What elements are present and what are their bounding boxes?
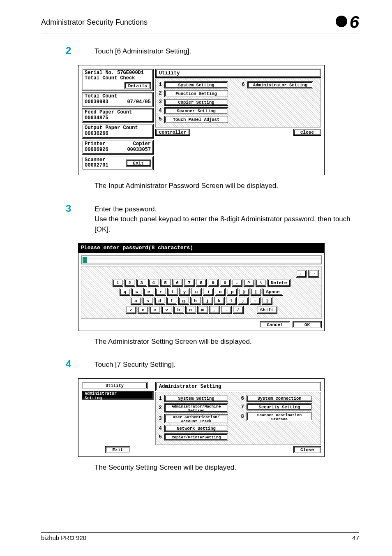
step-3-line1: Enter the password. bbox=[95, 204, 359, 215]
security-setting-button[interactable]: Security Setting bbox=[247, 403, 312, 410]
admin-system-setting-button[interactable]: System Setting bbox=[164, 395, 228, 402]
output-paper-value: 00036266 bbox=[85, 131, 151, 137]
copier-printer-setting-button[interactable]: Copier/PrinterSetting bbox=[164, 433, 228, 440]
key-.[interactable]: . bbox=[221, 306, 232, 314]
delete-key[interactable]: Delete bbox=[267, 279, 291, 287]
scanner-dest-storage-button[interactable]: Scanner DestinationStorage bbox=[247, 412, 312, 421]
key-g[interactable]: g bbox=[178, 297, 189, 305]
header-title: Administrator Security Functions bbox=[41, 18, 148, 27]
key-d[interactable]: d bbox=[154, 297, 165, 305]
key-j[interactable]: j bbox=[202, 297, 213, 305]
arrow-left-key[interactable]: ← bbox=[296, 270, 307, 278]
close-button[interactable]: Close bbox=[293, 446, 321, 453]
serial-no: Serial No. 57GE000D1 bbox=[85, 70, 151, 76]
key-6[interactable]: 6 bbox=[172, 279, 183, 287]
key-a[interactable]: a bbox=[131, 297, 141, 305]
key-m[interactable]: m bbox=[197, 306, 208, 314]
key-1[interactable]: 1 bbox=[113, 279, 123, 287]
admin-setting-title: Administrator Setting bbox=[155, 382, 321, 391]
output-paper-label: Output Paper Count bbox=[85, 125, 151, 131]
key-y[interactable]: y bbox=[179, 288, 190, 296]
touch-panel-adjust-button[interactable]: Touch Panel Adjust bbox=[164, 116, 228, 123]
key-w[interactable]: w bbox=[131, 288, 142, 296]
cancel-button[interactable]: Cancel bbox=[260, 321, 290, 328]
space-key[interactable]: Space bbox=[263, 288, 283, 296]
details-button[interactable]: Details bbox=[125, 82, 151, 89]
chapter-number: 6 bbox=[336, 12, 359, 32]
system-connection-button[interactable]: System Connection bbox=[247, 395, 312, 402]
key-][interactable]: ] bbox=[262, 297, 272, 305]
key-h[interactable]: h bbox=[190, 297, 201, 305]
step-3-number: 3 bbox=[66, 203, 95, 235]
key-u[interactable]: u bbox=[191, 288, 202, 296]
key-f[interactable]: f bbox=[166, 297, 177, 305]
total-count-check: Total Count Check bbox=[85, 76, 151, 81]
step-3-result-text: The Administrator Setting Screen will be… bbox=[95, 337, 359, 347]
key-n[interactable]: n bbox=[185, 306, 196, 314]
key-i[interactable]: i bbox=[203, 288, 214, 296]
exit-button[interactable]: Exit bbox=[126, 160, 151, 167]
key-5[interactable]: 5 bbox=[160, 279, 171, 287]
key-^[interactable]: ^ bbox=[244, 279, 254, 287]
scanner-label: Scanner bbox=[85, 158, 108, 163]
key-,[interactable]: , bbox=[209, 306, 220, 314]
key-9[interactable]: 9 bbox=[208, 279, 219, 287]
ok-button[interactable]: OK bbox=[293, 321, 322, 328]
key-b[interactable]: b bbox=[173, 306, 184, 314]
scanner-setting-button[interactable]: Scanner Setting bbox=[164, 107, 228, 114]
copier-setting-button[interactable]: Copier Setting bbox=[164, 99, 228, 106]
key-:[interactable]: : bbox=[250, 297, 261, 305]
key--[interactable]: - bbox=[232, 279, 242, 287]
key-q[interactable]: q bbox=[120, 288, 130, 296]
key-r[interactable]: r bbox=[155, 288, 166, 296]
admin-machine-setting-button[interactable]: Administrator/MachineSetting bbox=[164, 403, 228, 412]
copier-label: Copier bbox=[133, 141, 151, 147]
key-7[interactable]: 7 bbox=[184, 279, 195, 287]
user-auth-button[interactable]: User Authentication/Account Track bbox=[164, 414, 228, 423]
key-3[interactable]: 3 bbox=[136, 279, 147, 287]
key-8[interactable]: 8 bbox=[196, 279, 207, 287]
shift-key[interactable]: Shift bbox=[257, 306, 277, 314]
key-/[interactable]: / bbox=[233, 306, 244, 314]
password-input[interactable] bbox=[81, 255, 322, 264]
function-setting-button[interactable]: Function Setting bbox=[164, 90, 228, 97]
key-2[interactable]: 2 bbox=[125, 279, 135, 287]
total-count-label: Total Count bbox=[85, 94, 151, 100]
network-setting-button[interactable]: Network Setting bbox=[164, 425, 228, 432]
utility-button[interactable]: Utility bbox=[82, 382, 148, 389]
exit-button[interactable]: Exit bbox=[105, 446, 130, 453]
key-z[interactable]: z bbox=[126, 306, 136, 314]
key-4[interactable]: 4 bbox=[148, 279, 159, 287]
key-s[interactable]: s bbox=[143, 297, 153, 305]
close-button[interactable]: Close bbox=[293, 129, 321, 136]
step-3-line2: Use the touch panel keypad to enter the … bbox=[95, 214, 359, 234]
total-count-value: 00039983 bbox=[85, 100, 108, 105]
key-e[interactable]: e bbox=[143, 288, 154, 296]
key-0[interactable]: 0 bbox=[220, 279, 231, 287]
key-v[interactable]: v bbox=[161, 306, 172, 314]
key-t[interactable]: t bbox=[167, 288, 178, 296]
controller-button[interactable]: Controller bbox=[155, 129, 190, 136]
key-p[interactable]: p bbox=[227, 288, 238, 296]
page-number: 47 bbox=[352, 534, 359, 541]
key-x[interactable]: x bbox=[138, 306, 148, 314]
key-@[interactable]: @ bbox=[239, 288, 249, 296]
key-k[interactable]: k bbox=[214, 297, 225, 305]
administrator-setting-tab[interactable]: Administrator Setting bbox=[82, 391, 154, 400]
key-\[interactable]: \ bbox=[256, 279, 266, 287]
system-setting-button[interactable]: System Setting bbox=[164, 81, 228, 88]
printer-label: Printer bbox=[85, 141, 105, 147]
key-o[interactable]: o bbox=[215, 288, 226, 296]
key-l[interactable]: l bbox=[226, 297, 237, 305]
step-4-number: 4 bbox=[66, 358, 95, 370]
password-prompt: Please enter password(8 characters) bbox=[78, 243, 324, 253]
total-count-date: 07/04/05 bbox=[127, 100, 151, 105]
key-[[interactable]: [ bbox=[251, 288, 261, 296]
key-;[interactable]: ; bbox=[238, 297, 249, 305]
arrow-right-key[interactable]: → bbox=[308, 270, 319, 278]
key-c[interactable]: c bbox=[150, 306, 160, 314]
administrator-setting-button[interactable]: Administrator Setting bbox=[247, 81, 313, 88]
copier-value: 00033057 bbox=[127, 147, 151, 153]
utility-title: Utility bbox=[155, 69, 321, 78]
feed-paper-label: Feed Paper Count bbox=[85, 110, 151, 116]
